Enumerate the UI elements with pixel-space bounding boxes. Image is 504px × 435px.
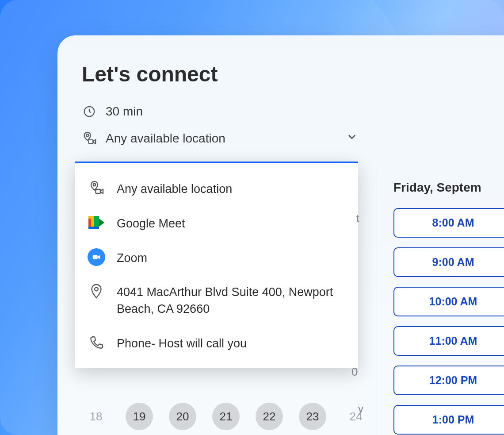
- time-slot[interactable]: 12:00 PM: [393, 366, 504, 395]
- svg-point-6: [95, 288, 98, 291]
- booking-card: Let's connect 30 min Any available locat…: [57, 35, 504, 435]
- zoom-icon: [88, 248, 105, 266]
- time-slots-column: Friday, Septem 8:00 AM 9:00 AM 10:00 AM …: [393, 181, 504, 435]
- vertical-divider: [377, 173, 377, 435]
- dropdown-item-label: Any available location: [117, 179, 232, 198]
- obscured-text: t: [356, 212, 359, 225]
- svg-point-1: [86, 134, 88, 136]
- calendar-day[interactable]: 19: [126, 403, 153, 430]
- calendar-day[interactable]: 20: [169, 403, 196, 430]
- dropdown-item-phone[interactable]: Phone- Host will call you: [75, 326, 358, 360]
- location-camera-icon: [82, 131, 97, 146]
- time-slot[interactable]: 10:00 AM: [393, 287, 504, 316]
- location-selected-label: Any available location: [106, 131, 225, 146]
- calendar-day[interactable]: 23: [299, 403, 326, 430]
- duration-label: 30 min: [106, 104, 143, 119]
- obscured-text: 0: [351, 365, 358, 379]
- time-slot[interactable]: 11:00 AM: [393, 326, 504, 356]
- dropdown-item-label: Google Meet: [117, 214, 185, 232]
- clock-icon: [82, 104, 97, 119]
- dropdown-item-zoom[interactable]: Zoom: [75, 240, 358, 275]
- calendar-week-row: 18 19 20 21 22 23 24: [82, 403, 370, 430]
- svg-rect-4: [96, 189, 101, 193]
- duration-row: 30 min: [82, 104, 504, 119]
- svg-rect-5: [93, 255, 98, 259]
- google-meet-icon: [88, 214, 105, 231]
- calendar-day: 18: [82, 403, 110, 430]
- map-pin-icon: [88, 282, 105, 300]
- dropdown-item-address[interactable]: 4041 MacArthur Blvd Suite 400, Newport B…: [75, 274, 358, 326]
- dropdown-item-label: Phone- Host will call you: [117, 334, 247, 352]
- selected-date-label: Friday, Septem: [393, 181, 504, 195]
- time-slot[interactable]: 9:00 AM: [393, 247, 504, 277]
- phone-icon: [88, 334, 105, 351]
- time-slot[interactable]: 8:00 AM: [393, 208, 504, 238]
- calendar-day: 24: [342, 403, 370, 430]
- location-dropdown: Any available location Google Meet Zoom: [75, 162, 358, 368]
- svg-point-3: [93, 184, 95, 186]
- page-title: Let's connect: [82, 62, 504, 86]
- chevron-down-icon: [346, 131, 358, 146]
- time-slot[interactable]: 1:00 PM: [393, 405, 504, 435]
- dropdown-item-label: 4041 MacArthur Blvd Suite 400, Newport B…: [117, 282, 346, 318]
- location-camera-icon: [88, 179, 105, 197]
- calendar-day[interactable]: 21: [212, 403, 240, 430]
- location-dropdown-trigger[interactable]: Any available location: [82, 131, 358, 146]
- dropdown-item-label: Zoom: [117, 248, 147, 267]
- dropdown-item-google-meet[interactable]: Google Meet: [75, 206, 358, 240]
- svg-rect-2: [89, 139, 93, 143]
- dropdown-item-any-location[interactable]: Any available location: [75, 171, 358, 206]
- calendar-day[interactable]: 22: [256, 403, 283, 430]
